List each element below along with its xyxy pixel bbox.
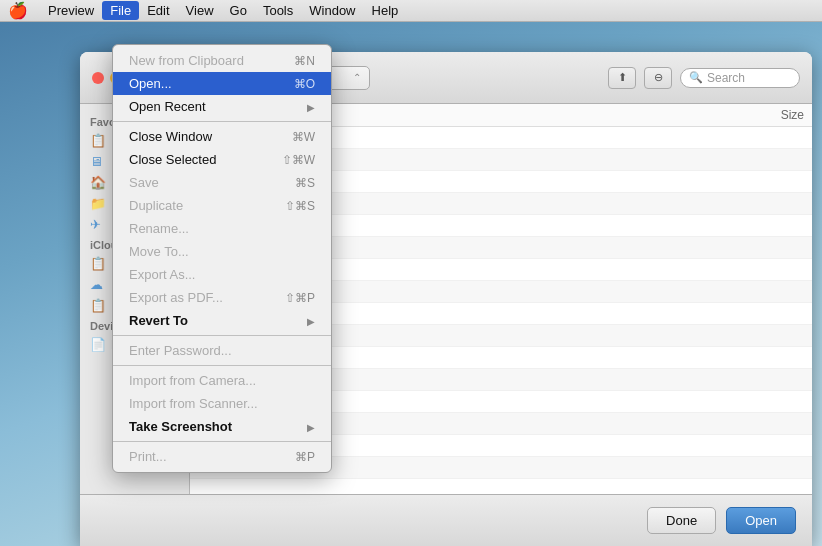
table-row	[190, 479, 812, 494]
search-box[interactable]: 🔍 Search	[680, 68, 800, 88]
menu-item-rename-label: Rename...	[129, 221, 315, 236]
menu-item-take-screenshot-arrow	[307, 421, 315, 433]
menu-item-print[interactable]: Print... ⌘P	[113, 445, 331, 468]
menu-item-duplicate-shortcut: ⇧⌘S	[285, 199, 315, 213]
menu-separator-4	[113, 441, 331, 442]
menu-item-import-scanner[interactable]: Import from Scanner...	[113, 392, 331, 415]
menu-item-close-window-label: Close Window	[129, 129, 284, 144]
column-size-header: Size	[744, 108, 804, 122]
menu-item-import-camera[interactable]: Import from Camera...	[113, 369, 331, 392]
menu-item-save-label: Save	[129, 175, 287, 190]
search-placeholder: Search	[707, 71, 745, 85]
menu-item-export-as-pdf-label: Export as PDF...	[129, 290, 277, 305]
menu-item-take-screenshot[interactable]: Take Screenshot	[113, 415, 331, 438]
folder-chevron-icon: ⌃	[353, 72, 361, 83]
menu-window[interactable]: Window	[301, 1, 363, 20]
done-button[interactable]: Done	[647, 507, 716, 534]
menu-item-import-scanner-label: Import from Scanner...	[129, 396, 315, 411]
menu-item-new-from-clipboard-label: New from Clipboard	[129, 53, 286, 68]
menu-item-revert-to-label: Revert To	[129, 313, 307, 328]
menu-item-import-camera-label: Import from Camera...	[129, 373, 315, 388]
menu-item-open-recent-label: Open Recent	[129, 99, 307, 114]
sidebar-icon-documents: 📄	[90, 337, 106, 352]
menu-item-move-to[interactable]: Move To...	[113, 240, 331, 263]
menu-item-open-label: Open...	[129, 76, 286, 91]
menu-item-close-window-shortcut: ⌘W	[292, 130, 315, 144]
share-button[interactable]: ⬆	[608, 67, 636, 89]
menu-separator-1	[113, 121, 331, 122]
menu-preview[interactable]: Preview	[40, 1, 102, 20]
sidebar-icon-icloud-2: ☁	[90, 277, 103, 292]
apple-menu[interactable]: 🍎	[8, 1, 28, 20]
menu-item-take-screenshot-label: Take Screenshot	[129, 419, 307, 434]
sidebar-icon-5: ✈	[90, 217, 101, 232]
menu-item-open-shortcut: ⌘O	[294, 77, 315, 91]
menu-item-rename[interactable]: Rename...	[113, 217, 331, 240]
file-menu-dropdown: New from Clipboard ⌘N Open... ⌘O Open Re…	[112, 44, 332, 473]
menu-item-move-to-label: Move To...	[129, 244, 315, 259]
menu-item-open-recent[interactable]: Open Recent	[113, 95, 331, 118]
menu-item-close-selected-label: Close Selected	[129, 152, 274, 167]
menu-item-new-from-clipboard[interactable]: New from Clipboard ⌘N	[113, 49, 331, 72]
menu-item-save-shortcut: ⌘S	[295, 176, 315, 190]
menu-item-export-as-pdf[interactable]: Export as PDF... ⇧⌘P	[113, 286, 331, 309]
menu-edit[interactable]: Edit	[139, 1, 177, 20]
menu-item-duplicate-label: Duplicate	[129, 198, 277, 213]
sidebar-icon-icloud-3: 📋	[90, 298, 106, 313]
menu-tools[interactable]: Tools	[255, 1, 301, 20]
menu-item-revert-to[interactable]: Revert To	[113, 309, 331, 332]
menu-item-print-label: Print...	[129, 449, 287, 464]
menu-item-export-as-pdf-shortcut: ⇧⌘P	[285, 291, 315, 305]
menu-item-new-from-clipboard-shortcut: ⌘N	[294, 54, 315, 68]
sidebar-icon-1: 📋	[90, 133, 106, 148]
menu-item-revert-to-arrow	[307, 315, 315, 327]
menu-bar: 🍎 Preview File Edit View Go Tools Window…	[0, 0, 822, 22]
menu-item-export-as[interactable]: Export As...	[113, 263, 331, 286]
open-button[interactable]: Open	[726, 507, 796, 534]
menu-go[interactable]: Go	[222, 1, 255, 20]
menu-item-duplicate[interactable]: Duplicate ⇧⌘S	[113, 194, 331, 217]
sidebar-icon-2: 🖥	[90, 154, 103, 169]
menu-item-close-selected[interactable]: Close Selected ⇧⌘W	[113, 148, 331, 171]
action-button[interactable]: ⊖	[644, 67, 672, 89]
close-window-button[interactable]	[92, 72, 104, 84]
menu-item-open-recent-arrow	[307, 101, 315, 113]
finder-bottom-bar: Done Open	[80, 494, 812, 546]
sidebar-icon-4: 📁	[90, 196, 106, 211]
menu-item-enter-password[interactable]: Enter Password...	[113, 339, 331, 362]
menu-separator-2	[113, 335, 331, 336]
menu-item-close-selected-shortcut: ⇧⌘W	[282, 153, 315, 167]
menu-view[interactable]: View	[178, 1, 222, 20]
menu-file[interactable]: File	[102, 1, 139, 20]
menu-item-save[interactable]: Save ⌘S	[113, 171, 331, 194]
menu-item-open[interactable]: Open... ⌘O	[113, 72, 331, 95]
menu-item-close-window[interactable]: Close Window ⌘W	[113, 125, 331, 148]
sidebar-icon-3: 🏠	[90, 175, 106, 190]
menu-item-enter-password-label: Enter Password...	[129, 343, 315, 358]
menu-separator-3	[113, 365, 331, 366]
search-icon: 🔍	[689, 71, 703, 84]
sidebar-icon-icloud-1: 📋	[90, 256, 106, 271]
menu-help[interactable]: Help	[364, 1, 407, 20]
desktop: ☰ 📁 IMAGE PRIMING ⌃ ⬆ ⊖ 🔍 Search Favorit…	[0, 22, 822, 546]
menu-item-export-as-label: Export As...	[129, 267, 315, 282]
menu-item-print-shortcut: ⌘P	[295, 450, 315, 464]
